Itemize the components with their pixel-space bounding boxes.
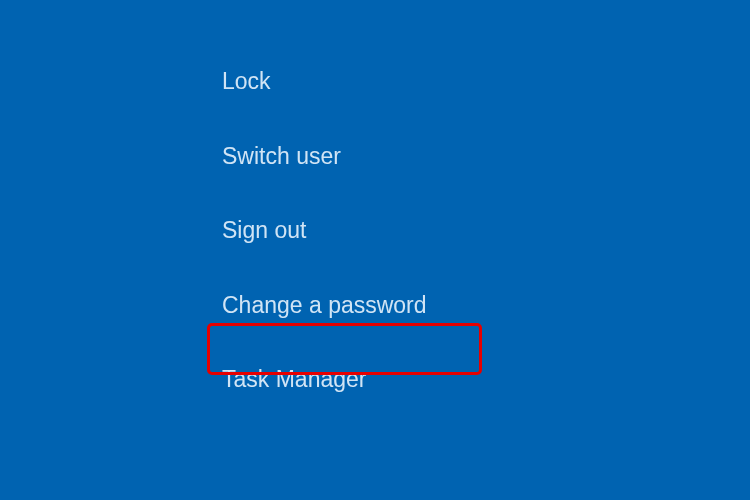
- security-options-menu: Lock Switch user Sign out Change a passw…: [222, 68, 427, 441]
- menu-item-change-password[interactable]: Change a password: [222, 292, 427, 320]
- menu-item-sign-out[interactable]: Sign out: [222, 217, 427, 245]
- menu-item-switch-user[interactable]: Switch user: [222, 143, 427, 171]
- menu-item-task-manager[interactable]: Task Manager: [222, 366, 427, 394]
- menu-item-lock[interactable]: Lock: [222, 68, 427, 96]
